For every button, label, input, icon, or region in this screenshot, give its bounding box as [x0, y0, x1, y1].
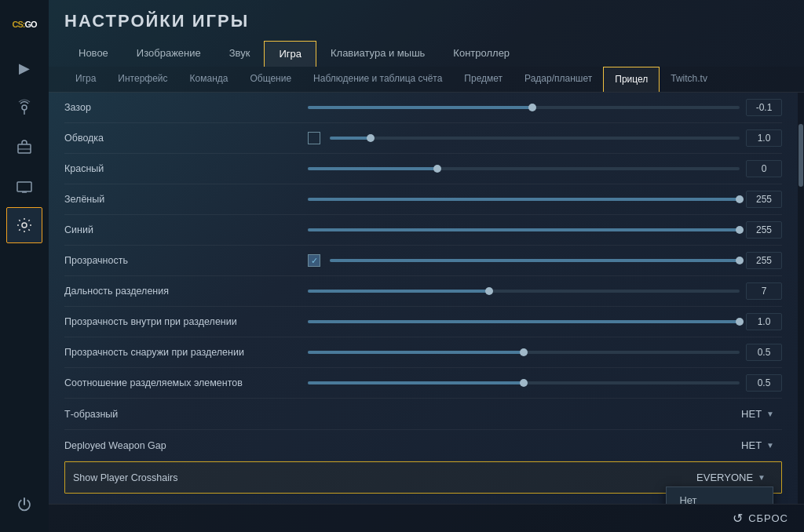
setting-row-inner-split: Прозрачность внутри при разделении 1.0	[64, 307, 782, 337]
tab-controller[interactable]: Контроллер	[439, 41, 524, 67]
label-inner-split: Прозрачность внутри при разделении	[64, 316, 308, 327]
slider-thumb-blue[interactable]	[736, 226, 744, 234]
sub-tab-interfeis[interactable]: Интерфейс	[107, 67, 178, 92]
setting-row-red: Красный 0	[64, 154, 782, 184]
label-outer-split: Прозрачность снаружи при разделении	[64, 347, 308, 358]
dropdown-weapon-gap-arrow: ▼	[766, 441, 774, 450]
label-transparency: Прозрачность	[64, 255, 308, 266]
show-crosshairs-dropdown-menu: Нет Friends and Party Everyone	[666, 486, 773, 504]
setting-row-split-distance: Дальность разделения 7	[64, 276, 782, 307]
scrollbar-thumb[interactable]	[799, 124, 803, 187]
dropdown-show-crosshairs-arrow: ▼	[758, 473, 766, 482]
slider-thumb-outer-split[interactable]	[520, 348, 528, 356]
slider-transparency[interactable]	[330, 259, 740, 262]
dropdown-t-shaped-button[interactable]: НЕТ ▼	[733, 405, 782, 423]
control-t-shaped: НЕТ ▼	[308, 405, 782, 423]
footer: ↺ СБРОС	[49, 504, 804, 532]
sidebar-item-tv[interactable]	[6, 168, 42, 204]
value-obvodka: 1.0	[746, 129, 782, 147]
value-red: 0	[746, 160, 782, 177]
sidebar-item-antenna[interactable]	[6, 89, 42, 126]
label-green: Зелёный	[64, 194, 308, 205]
label-t-shaped: Т-образный	[64, 409, 308, 420]
setting-row-weapon-gap: Deployed Weapon Gap НЕТ ▼	[64, 430, 782, 461]
sub-tab-nabludenie[interactable]: Наблюдение и таблица счёта	[302, 67, 453, 92]
scrollbar[interactable]	[798, 93, 804, 504]
header: НАСТРОЙКИ ИГРЫ Новое Изображение Звук Иг…	[49, 0, 804, 67]
svg-point-7	[22, 223, 27, 228]
sub-tab-predmet[interactable]: Предмет	[453, 67, 513, 92]
setting-row-zazor: Зазор -0.1	[64, 93, 782, 123]
tab-novoe[interactable]: Новое	[64, 41, 122, 67]
setting-row-obvodka: Обводка 1.0	[64, 123, 782, 154]
slider-thumb-green[interactable]	[736, 195, 744, 203]
slider-thumb-zazor[interactable]	[528, 104, 536, 111]
tab-keyboard[interactable]: Клавиатура и мышь	[316, 41, 439, 67]
reset-button[interactable]: ↺ СБРОС	[733, 511, 788, 526]
dropdown-option-net[interactable]: Нет	[667, 487, 773, 504]
tab-zvuk[interactable]: Звук	[215, 41, 265, 67]
value-outer-split: 0.5	[746, 344, 782, 361]
setting-row-split-ratio: Соотношение разделяемых элементов 0.5	[64, 368, 782, 399]
checkbox-obvodka[interactable]	[308, 132, 320, 144]
slider-thumb-obvodka[interactable]	[367, 134, 375, 142]
setting-row-show-crosshairs: Show Player Crosshairs EVERYONE ▼ Нет Fr…	[64, 461, 782, 494]
label-weapon-gap: Deployed Weapon Gap	[64, 440, 308, 451]
reset-label: СБРОС	[748, 512, 788, 524]
label-red: Красный	[64, 163, 308, 174]
value-split-distance: 7	[746, 282, 782, 300]
sidebar-item-briefcase[interactable]	[6, 129, 42, 165]
label-blue: Синий	[64, 224, 308, 235]
dropdown-weapon-gap-button[interactable]: НЕТ ▼	[733, 436, 782, 454]
slider-thumb-inner-split[interactable]	[736, 318, 744, 326]
slider-outer-split[interactable]	[308, 351, 740, 354]
checkbox-transparency[interactable]: ✓	[308, 254, 320, 267]
slider-split-ratio[interactable]	[308, 381, 740, 384]
slider-inner-split[interactable]	[308, 320, 740, 323]
label-zazor: Зазор	[64, 102, 308, 113]
label-split-distance: Дальность разделения	[64, 286, 308, 297]
slider-zazor[interactable]	[308, 106, 740, 109]
sub-nav: Игра Интерфейс Команда Общение Наблюдени…	[49, 67, 804, 93]
control-blue: 255	[308, 221, 782, 239]
value-transparency: 255	[746, 252, 782, 269]
sub-tab-igra[interactable]: Игра	[64, 67, 107, 92]
control-zazor: -0.1	[308, 99, 782, 116]
sub-tab-twitch[interactable]: Twitch.tv	[660, 67, 718, 92]
svg-rect-4	[17, 182, 31, 191]
control-green: 255	[308, 191, 782, 208]
tab-igra[interactable]: Игра	[264, 41, 316, 67]
control-weapon-gap: НЕТ ▼	[308, 436, 782, 454]
svg-point-0	[22, 105, 27, 110]
tab-izobrazhenie[interactable]: Изображение	[122, 41, 215, 67]
slider-thumb-split-ratio[interactable]	[520, 379, 528, 387]
sidebar-item-play[interactable]: ▶	[6, 50, 42, 86]
sub-tab-obshenie[interactable]: Общение	[239, 67, 302, 92]
page-title: НАСТРОЙКИ ИГРЫ	[64, 11, 788, 31]
dropdown-show-crosshairs-button[interactable]: EVERYONE ▼	[689, 468, 773, 486]
slider-thumb-transparency[interactable]	[736, 257, 744, 264]
sub-tab-radar[interactable]: Радар/планшет	[513, 67, 603, 92]
reset-icon: ↺	[733, 511, 744, 526]
label-split-ratio: Соотношение разделяемых элементов	[64, 377, 308, 388]
slider-thumb-split-distance[interactable]	[485, 287, 493, 295]
control-red: 0	[308, 160, 782, 177]
sub-tab-pricel[interactable]: Прицел	[603, 67, 660, 92]
slider-split-distance[interactable]	[308, 290, 740, 293]
app-logo: CS:GO	[6, 6, 42, 42]
sidebar-item-settings[interactable]	[6, 207, 42, 243]
slider-blue[interactable]	[308, 228, 740, 231]
slider-thumb-red[interactable]	[433, 165, 441, 173]
sidebar-item-power[interactable]	[6, 486, 42, 523]
control-transparency: ✓ 255	[308, 252, 782, 269]
value-zazor: -0.1	[746, 99, 782, 116]
control-show-crosshairs: EVERYONE ▼ Нет Friends and Party Everyon…	[316, 468, 773, 486]
sub-tab-komanda[interactable]: Команда	[179, 67, 239, 92]
slider-green[interactable]	[308, 198, 740, 201]
slider-obvodka[interactable]	[330, 137, 740, 140]
slider-red[interactable]	[308, 167, 740, 170]
dropdown-t-shaped-arrow: ▼	[766, 410, 774, 418]
setting-row-green: Зелёный 255	[64, 184, 782, 215]
sidebar: CS:GO ▶	[0, 0, 49, 532]
value-split-ratio: 0.5	[746, 374, 782, 392]
